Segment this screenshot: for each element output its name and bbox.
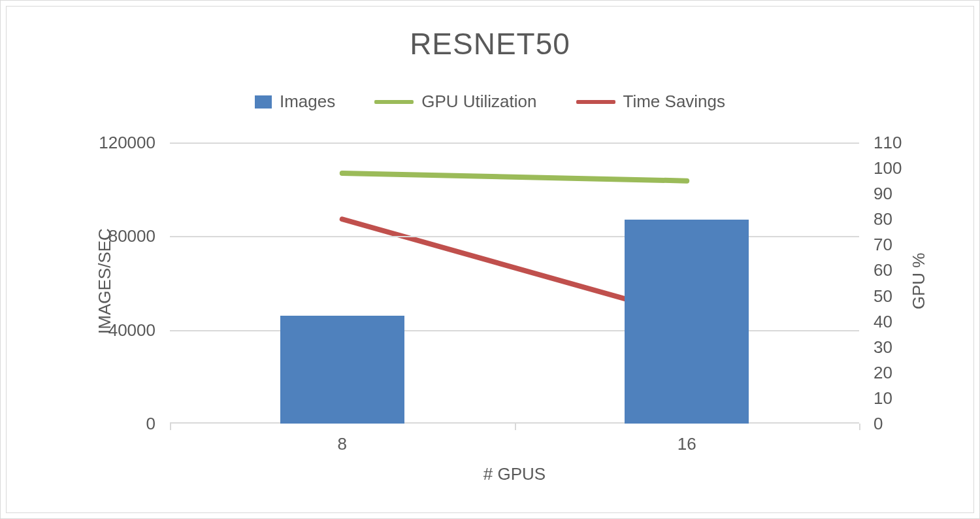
grid-line (170, 142, 859, 144)
y-axis-left-label: IMAGES/SEC (95, 228, 115, 334)
ytick-right: 50 (874, 286, 892, 306)
plot-area: 0400008000012000001020304050607080901001… (170, 142, 859, 424)
legend-swatch-time (576, 100, 615, 104)
xtick: 16 (678, 434, 696, 454)
legend-item-gpu: GPU Utilization (374, 92, 536, 112)
chart-outer-frame: RESNET50 Images GPU Utilization Time Sav… (0, 0, 980, 519)
line-overlay (170, 142, 859, 424)
ytick-right: 70 (874, 235, 892, 255)
ytick-right: 80 (874, 209, 892, 229)
ytick-left: 40000 (108, 320, 155, 340)
legend-label-time: Time Savings (623, 92, 726, 112)
ytick-right: 40 (874, 311, 892, 331)
ytick-right: 0 (874, 414, 883, 434)
ytick-right: 30 (874, 337, 892, 357)
grid-line (170, 236, 859, 237)
legend-swatch-gpu (374, 100, 414, 104)
chart-panel: RESNET50 Images GPU Utilization Time Sav… (6, 6, 974, 513)
y-axis-right-label: GPU % (909, 253, 929, 310)
gpu-utilization-line (342, 173, 687, 181)
legend-item-time: Time Savings (576, 92, 726, 112)
ytick-right: 10 (874, 388, 892, 408)
ytick-right: 100 (874, 158, 902, 178)
grid-line (170, 330, 859, 331)
ytick-left: 0 (146, 414, 155, 434)
x-axis-label: # GPUS (170, 464, 859, 484)
ytick-right: 60 (874, 260, 892, 280)
category-separator (170, 424, 171, 430)
legend-label-gpu: GPU Utilization (421, 92, 536, 112)
category-separator (859, 424, 860, 430)
legend-swatch-images (255, 95, 272, 109)
ytick-right: 110 (874, 133, 902, 153)
chart-legend: Images GPU Utilization Time Savings (7, 92, 973, 112)
ytick-right: 20 (874, 362, 892, 382)
bar (625, 220, 749, 424)
ytick-left: 120000 (99, 133, 155, 153)
ytick-right: 90 (874, 184, 892, 204)
legend-item-images: Images (255, 92, 335, 112)
ytick-left: 80000 (108, 226, 155, 246)
category-separator (515, 424, 516, 430)
legend-label-images: Images (280, 92, 335, 112)
chart-title: RESNET50 (7, 26, 973, 61)
bar (280, 316, 404, 424)
xtick: 8 (338, 434, 347, 454)
